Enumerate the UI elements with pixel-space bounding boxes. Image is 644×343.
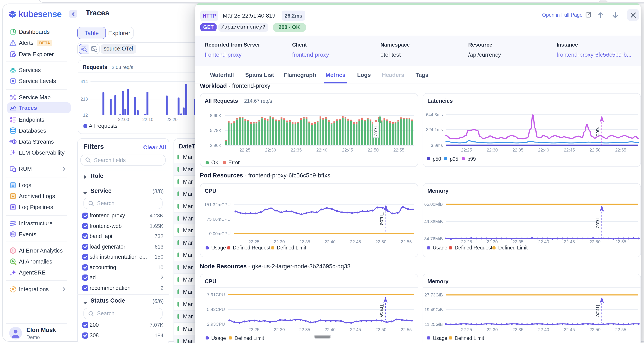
svg-text:22:10: 22:10 bbox=[142, 117, 153, 122]
svg-text:K8: K8 bbox=[11, 233, 15, 236]
svg-text:22:00: 22:00 bbox=[118, 117, 129, 122]
svg-text:12: 12 bbox=[83, 113, 88, 118]
svg-text:22:20: 22:20 bbox=[166, 117, 178, 122]
svg-text:414: 414 bbox=[80, 79, 88, 84]
svg-text:213: 213 bbox=[80, 96, 88, 102]
